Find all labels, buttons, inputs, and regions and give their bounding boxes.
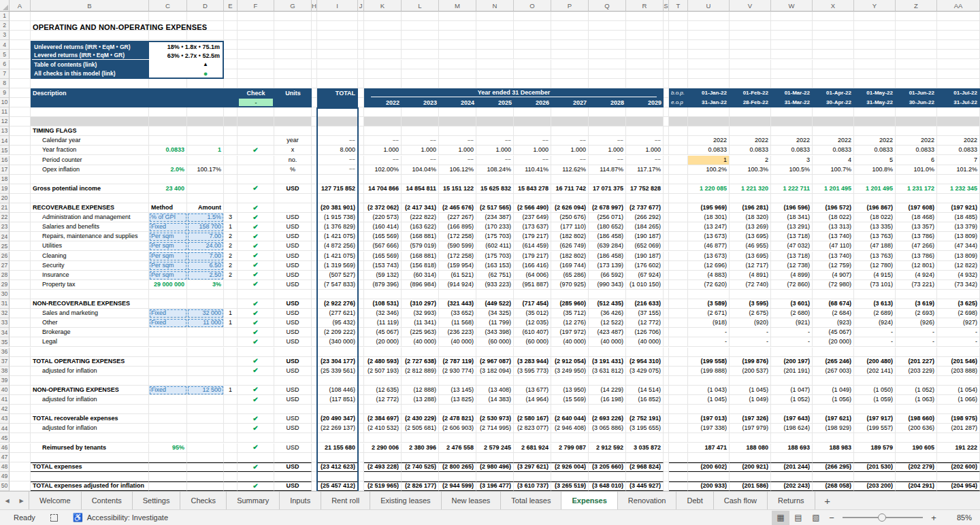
cell-U28[interactable]: (4 883) (688, 271, 730, 280)
cell-K11[interactable] (364, 107, 402, 117)
cell-P26[interactable]: (182 802) (551, 252, 589, 261)
cell-R21[interactable]: (2 737 677) (626, 203, 664, 213)
cell-Q13[interactable] (589, 126, 626, 136)
accessibility-status[interactable]: Accessibility: Investigate (87, 513, 168, 522)
cell-K36[interactable] (364, 348, 402, 357)
cell-U49[interactable] (688, 472, 730, 481)
cell-Z32[interactable]: (2 693) (896, 309, 937, 318)
cell-W20[interactable] (771, 194, 813, 203)
cell-R48[interactable]: (2 968 824) (626, 462, 664, 472)
cell-G5[interactable] (274, 50, 312, 59)
cell-X16[interactable]: 4 (813, 156, 854, 165)
row-header-43[interactable]: 43 (0, 414, 10, 424)
cell-I31[interactable]: (2 922 276) (317, 299, 358, 309)
cell-Y23[interactable]: (13 335) (854, 222, 896, 232)
cell-I41[interactable]: (117 851) (317, 395, 358, 405)
cell-R32[interactable]: (37 155) (626, 309, 664, 318)
cell-U17[interactable]: 100.2% (688, 165, 730, 175)
cell-T42[interactable] (669, 405, 688, 414)
cell-Q35[interactable]: (40 000) (589, 337, 626, 347)
cell-Z4[interactable] (896, 40, 937, 50)
cell-O48[interactable]: (3 297 621) (514, 462, 551, 472)
row-header-36[interactable]: 36 (0, 348, 10, 357)
cell-O11[interactable] (514, 107, 551, 117)
cell-E32[interactable]: 1 (224, 309, 238, 318)
row-header-4[interactable]: 4 (0, 40, 10, 50)
cell-F2[interactable] (238, 21, 274, 31)
cell-W17[interactable]: 100.5% (771, 165, 813, 175)
cell-AA32[interactable]: (2 698) (937, 309, 980, 318)
cell-S13[interactable] (664, 126, 669, 136)
cell-G22[interactable]: USD (274, 213, 312, 222)
cell-R29[interactable]: (1 010 150) (626, 280, 664, 290)
cell-L41[interactable]: (13 288) (402, 395, 439, 405)
cell-I13[interactable] (317, 126, 358, 136)
cell-AA23[interactable]: (13 379) (937, 222, 980, 232)
cell-E26[interactable]: 2 (224, 252, 238, 261)
cell-T21[interactable] (669, 203, 688, 213)
cell-U21[interactable]: (195 969) (688, 203, 730, 213)
cell-Z29[interactable]: (73 221) (896, 280, 937, 290)
cell-I22[interactable]: (1 915 738) (317, 213, 358, 222)
cell-V33[interactable]: (920) (730, 318, 771, 328)
cell-Q43[interactable]: (2 693 226) (589, 414, 626, 424)
cell-AA15[interactable]: 0.0833 (937, 146, 980, 155)
row-header-1[interactable]: 1 (0, 12, 10, 21)
cell-T4[interactable] (669, 40, 688, 50)
cell-F36[interactable] (238, 348, 274, 357)
cell-E24[interactable]: 2 (224, 232, 238, 241)
cell-B8[interactable] (31, 79, 149, 88)
cell-L50[interactable]: (2 826 177) (402, 481, 439, 491)
cell-R6[interactable] (626, 60, 664, 69)
cell-W35[interactable]: - (771, 337, 813, 347)
cell-J49[interactable] (358, 472, 364, 481)
cell-K48[interactable]: (2 493 228) (364, 462, 402, 472)
cell-H21[interactable] (312, 203, 317, 213)
cell-I1[interactable] (317, 12, 358, 21)
cell-H14[interactable] (312, 136, 317, 146)
cell-I50[interactable]: (25 457 412) (317, 481, 358, 491)
cell-J35[interactable] (358, 337, 364, 347)
cell-W41[interactable]: (1 052) (771, 395, 813, 405)
zoom-out-button[interactable]: − (825, 513, 838, 523)
cell-G17[interactable]: % (274, 165, 312, 175)
col-header-Z[interactable]: Z (896, 0, 937, 12)
cell-V37[interactable]: (199 876) (730, 357, 771, 367)
cell-L6[interactable] (402, 60, 439, 69)
cell-W36[interactable] (771, 348, 813, 357)
cell-D20[interactable] (187, 194, 224, 203)
cell-L35[interactable]: (40 000) (402, 337, 439, 347)
year-header-2026[interactable]: 2026 (514, 98, 551, 107)
cell-Q6[interactable] (589, 60, 626, 69)
cell-G35[interactable]: USD (274, 337, 312, 347)
cell-K20[interactable] (364, 194, 402, 203)
col-header-R[interactable]: R (626, 0, 664, 12)
cell-Y5[interactable] (854, 50, 896, 59)
cell-V20[interactable] (730, 194, 771, 203)
cell-N2[interactable] (476, 21, 514, 31)
page-title[interactable]: OPERATING AND NON-OPERATING EXPENSES (33, 23, 207, 31)
col-header-X[interactable]: X (813, 0, 854, 12)
cell-C20[interactable] (149, 194, 187, 203)
cell-Y11[interactable] (854, 107, 896, 117)
cell-M12[interactable] (439, 117, 476, 126)
cell-Z26[interactable]: (13 786) (896, 252, 937, 261)
cell-AA31[interactable]: (3 625) (937, 299, 980, 309)
cell-B16[interactable]: Period counter (31, 156, 149, 165)
cell-H15[interactable] (312, 146, 317, 155)
cell-S35[interactable] (664, 337, 669, 347)
cell-R22[interactable]: (266 292) (626, 213, 664, 222)
cell-M14[interactable]: ~~ (439, 136, 476, 146)
cell-K38[interactable]: (2 507 193) (364, 367, 402, 376)
cell-L40[interactable]: (12 888) (402, 386, 439, 395)
cell-L43[interactable]: (2 430 229) (402, 414, 439, 424)
cell-I16[interactable]: ~~ (317, 156, 358, 165)
cell-T34[interactable] (669, 328, 688, 337)
cell-V28[interactable]: (4 891) (730, 271, 771, 280)
cell-R13[interactable] (626, 126, 664, 136)
cell-Q44[interactable]: (3 065 886) (589, 424, 626, 433)
cell-L49[interactable] (402, 472, 439, 481)
cell-V16[interactable]: 2 (730, 156, 771, 165)
cell-U41[interactable]: (1 045) (688, 395, 730, 405)
row-header-29[interactable]: 29 (0, 280, 10, 290)
